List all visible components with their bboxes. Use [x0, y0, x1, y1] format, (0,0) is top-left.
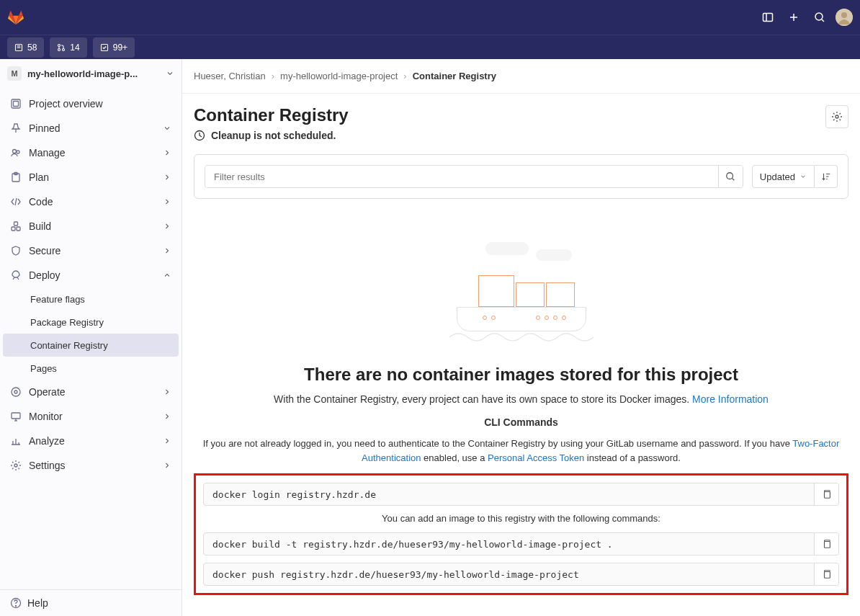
page-title: Container Registry [194, 105, 349, 125]
registry-settings-button[interactable] [825, 105, 848, 128]
merge-requests-pill[interactable]: 14 [50, 37, 86, 58]
nav-project-overview[interactable]: Project overview [3, 91, 179, 116]
chevron-up-icon [163, 271, 171, 280]
sidebar-toggle-icon[interactable] [758, 7, 778, 27]
nav-label: Monitor [29, 411, 63, 422]
monitor-icon [10, 411, 22, 422]
overview-icon [10, 98, 22, 110]
search-icon [725, 171, 735, 182]
breadcrumb-project[interactable]: my-helloworld-image-project [280, 71, 398, 81]
counter-pills-row: 58 14 99+ [0, 35, 860, 59]
nav-label: Pages [30, 363, 57, 374]
breadcrumb-user[interactable]: Hueser, Christian [194, 71, 266, 81]
empty-illustration [449, 235, 594, 350]
sort-dropdown[interactable]: Updated [752, 165, 815, 188]
nav-code[interactable]: Code [3, 189, 179, 214]
pat-link[interactable]: Personal Access Token [488, 452, 584, 463]
nav-container-registry[interactable]: Container Registry [3, 334, 179, 357]
nav-label: Code [29, 196, 53, 207]
nav-deploy[interactable]: Deploy [3, 263, 179, 287]
svg-point-17 [13, 150, 17, 153]
todos-pill[interactable]: 99+ [93, 37, 135, 58]
svg-point-11 [58, 44, 61, 46]
command-text: docker push registry.hzdr.de/hueser93/my… [204, 563, 814, 585]
nav-feature-flags[interactable]: Feature flags [3, 287, 179, 311]
nav-pinned[interactable]: Pinned [3, 116, 179, 140]
nav-analyze[interactable]: Analyze [3, 429, 179, 453]
nav-monitor[interactable]: Monitor [3, 404, 179, 429]
svg-rect-21 [12, 227, 15, 231]
gitlab-logo[interactable] [7, 9, 24, 26]
nav-label: Container Registry [30, 340, 108, 351]
breadcrumb-current: Container Registry [413, 71, 496, 81]
empty-subtitle: With the Container Registry, every proje… [194, 393, 848, 405]
svg-point-33 [836, 115, 838, 118]
nav-label: Manage [29, 147, 66, 159]
sort-desc-icon [821, 171, 831, 182]
empty-title: There are no container images stored for… [194, 365, 848, 385]
chevron-right-icon: › [403, 71, 406, 81]
shield-icon [10, 245, 22, 256]
chevron-right-icon [163, 222, 171, 231]
empty-state: There are no container images stored for… [194, 235, 848, 595]
project-name: my-helloworld-image-p... [27, 68, 160, 79]
copy-button[interactable] [814, 563, 838, 585]
user-avatar[interactable] [836, 9, 853, 26]
build-icon [10, 220, 22, 232]
gear-icon [10, 460, 22, 471]
code-icon [10, 196, 22, 207]
nav-build[interactable]: Build [3, 214, 179, 238]
chevron-down-icon [163, 124, 171, 133]
issues-pill[interactable]: 58 [7, 37, 44, 58]
nav-manage[interactable]: Manage [3, 140, 179, 165]
nav-operate[interactable]: Operate [3, 380, 179, 404]
project-header[interactable]: M my-helloworld-image-p... [0, 59, 182, 89]
svg-rect-15 [12, 99, 20, 108]
copy-button[interactable] [814, 483, 838, 505]
nav-secure[interactable]: Secure [3, 238, 179, 263]
nav-package-registry[interactable]: Package Registry [3, 311, 179, 334]
nav-label: Build [29, 220, 51, 232]
operate-icon [10, 386, 22, 398]
svg-rect-26 [12, 413, 20, 419]
svg-line-5 [822, 19, 824, 22]
more-info-link[interactable]: More Information [692, 393, 769, 405]
chevron-right-icon [163, 246, 171, 255]
users-icon [10, 147, 22, 159]
svg-rect-36 [824, 492, 830, 499]
highlighted-commands-box: docker login registry.hzdr.de You can ad… [194, 473, 848, 595]
chevron-right-icon: › [272, 71, 274, 81]
copy-button[interactable] [814, 533, 838, 555]
sidebar: M my-helloworld-image-p... Project overv… [0, 59, 182, 616]
nav-label: Feature flags [30, 294, 85, 305]
chart-icon [10, 435, 22, 447]
nav-label: Operate [29, 386, 66, 398]
svg-rect-22 [17, 227, 20, 231]
nav-label: Package Registry [30, 317, 104, 328]
search-button[interactable] [718, 166, 743, 187]
filter-input[interactable] [205, 166, 718, 187]
create-new-icon[interactable] [784, 7, 804, 27]
nav-pages[interactable]: Pages [3, 357, 179, 380]
help-label: Help [27, 597, 48, 609]
sort-label: Updated [760, 171, 795, 182]
chevron-right-icon [163, 197, 171, 206]
chevron-right-icon [163, 461, 171, 470]
chevron-right-icon [163, 388, 171, 396]
chevron-down-icon [799, 173, 807, 180]
chevron-right-icon [163, 412, 171, 421]
svg-point-7 [841, 12, 847, 18]
sort-direction-button[interactable] [815, 165, 838, 188]
nav-settings[interactable]: Settings [3, 453, 179, 478]
svg-rect-37 [824, 542, 830, 548]
nav-plan[interactable]: Plan [3, 165, 179, 189]
help-button[interactable]: Help [0, 590, 182, 616]
search-icon[interactable] [810, 7, 830, 27]
breadcrumbs: Hueser, Christian › my-helloworld-image-… [182, 59, 860, 94]
command-login: docker login registry.hzdr.de [203, 483, 839, 506]
chevron-right-icon [163, 148, 171, 157]
gear-icon [831, 111, 843, 122]
nav-label: Settings [29, 460, 66, 471]
nav-label: Pinned [29, 122, 61, 134]
rocket-icon [10, 269, 22, 281]
